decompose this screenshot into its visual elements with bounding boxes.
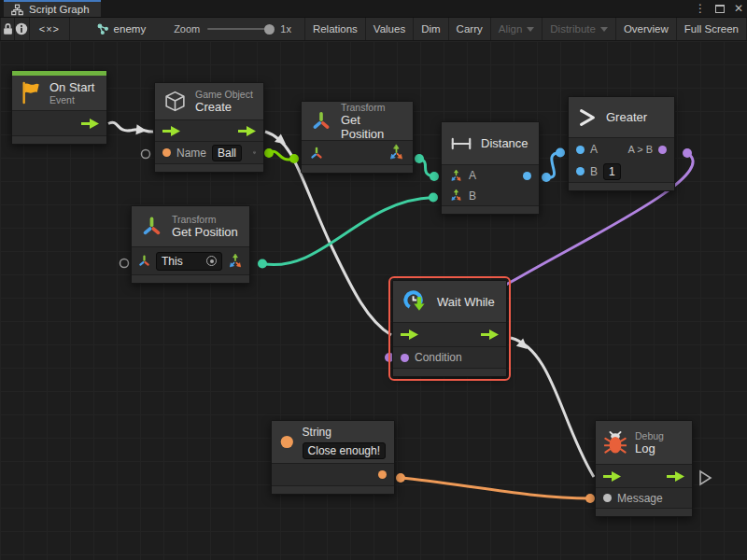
- node-get-position-top[interactable]: Transform Get Position: [301, 101, 414, 174]
- number-input-port-b[interactable]: [576, 167, 585, 175]
- control-output-port[interactable]: [481, 329, 499, 340]
- close-icon[interactable]: ✕: [734, 0, 743, 17]
- connection-string-message: [401, 478, 590, 498]
- align-dropdown[interactable]: Align: [491, 18, 543, 40]
- graph-breadcrumb[interactable]: enemy: [89, 18, 154, 40]
- vector-input-port-b[interactable]: [449, 189, 463, 203]
- node-title: Wait While: [437, 295, 495, 309]
- zoom-value: 1x: [280, 23, 291, 35]
- number-output-port[interactable]: [523, 172, 531, 180]
- output-label: A > B: [627, 144, 653, 155]
- control-output-port[interactable]: [667, 471, 684, 482]
- wire-endpoint: [264, 148, 274, 158]
- flow-arrowhead-icon: [135, 124, 147, 135]
- chevron-down-icon: [600, 27, 608, 32]
- distribute-label: Distribute: [550, 23, 596, 35]
- node-title: Greater: [606, 110, 647, 124]
- node-footer: [155, 164, 263, 172]
- transform-icon: [310, 109, 332, 133]
- info-icon: [15, 22, 28, 35]
- wire-endpoint: [430, 172, 439, 181]
- node-title: String: [303, 426, 386, 440]
- boolean-output-port[interactable]: [658, 146, 667, 154]
- target-object-field[interactable]: This: [156, 252, 222, 271]
- string-value-field[interactable]: Close enough!: [303, 442, 386, 459]
- node-greater[interactable]: Greater A A > B B 1: [568, 96, 675, 191]
- code-view-button[interactable]: <×>: [30, 18, 70, 40]
- wire-endpoint: [542, 173, 551, 182]
- wire-endpoint: [289, 154, 299, 163]
- port-label: A: [590, 143, 598, 156]
- wait-while-icon: [402, 288, 429, 315]
- values-button[interactable]: Values: [366, 18, 414, 40]
- tab-title: Script Graph: [29, 4, 90, 15]
- graph-canvas[interactable]: On Start Event Game Object Create: [0, 41, 747, 560]
- node-title: Create: [195, 100, 253, 114]
- control-input-port[interactable]: [603, 471, 621, 482]
- distance-icon: [450, 136, 472, 151]
- object-picker-icon[interactable]: [206, 256, 217, 266]
- unconnected-flow-triangle[interactable]: [700, 471, 711, 484]
- node-distance[interactable]: Distance A B: [441, 121, 540, 215]
- dim-button[interactable]: Dim: [414, 18, 448, 40]
- node-string-literal[interactable]: String Close enough!: [271, 420, 395, 495]
- zoom-slider-handle[interactable]: [264, 24, 275, 35]
- node-subtitle: Event: [49, 94, 94, 105]
- node-on-start[interactable]: On Start Event: [11, 70, 107, 145]
- lock-button[interactable]: [0, 18, 15, 40]
- wire-endpoint: [415, 154, 424, 163]
- chevron-down-icon: [527, 27, 534, 32]
- vector-output-port[interactable]: [227, 253, 244, 270]
- unconnected-port-ring[interactable]: [142, 150, 150, 159]
- greater-icon: [577, 106, 598, 129]
- wire-endpoint: [585, 494, 595, 503]
- control-input-port[interactable]: [162, 126, 180, 136]
- node-footer: [393, 369, 506, 376]
- tab-script-graph[interactable]: Script Graph: [4, 0, 101, 17]
- vector-input-port-a[interactable]: [449, 169, 463, 183]
- node-category: Transform: [341, 102, 404, 113]
- info-button[interactable]: [15, 18, 30, 40]
- node-get-position-bottom[interactable]: Transform Get Position This: [131, 205, 250, 284]
- node-wait-while[interactable]: Wait While Condition: [392, 280, 507, 377]
- port-label: Condition: [415, 351, 462, 364]
- number-input-port-a[interactable]: [576, 146, 585, 154]
- transform-input-port[interactable]: [137, 254, 151, 268]
- title-bar: Script Graph ⋮ ✕: [0, 0, 747, 17]
- node-footer: [132, 275, 249, 283]
- wire-endpoint: [429, 193, 438, 203]
- node-footer: [12, 136, 106, 144]
- graph-name: enemy: [114, 23, 147, 35]
- node-footer: [442, 206, 539, 214]
- vector-output-port[interactable]: [388, 144, 405, 161]
- graph-toolbar: <×> enemy Zoom 1x Relations Values Dim C…: [0, 17, 747, 41]
- gameobject-output-port[interactable]: [253, 146, 256, 160]
- control-output-port[interactable]: [81, 119, 99, 129]
- unconnected-port-ring[interactable]: [120, 259, 129, 268]
- transform-input-port[interactable]: [309, 146, 324, 161]
- window-menu-icon[interactable]: ⋮: [695, 0, 706, 17]
- bug-icon: [604, 430, 627, 455]
- node-create-gameobject[interactable]: Game Object Create Name Ball: [154, 82, 264, 173]
- zoom-slider[interactable]: [207, 28, 273, 30]
- name-value-field[interactable]: Ball: [212, 145, 242, 161]
- script-graph-icon: [11, 4, 23, 16]
- node-footer: [596, 509, 692, 516]
- message-input-port[interactable]: [603, 494, 612, 502]
- node-debug-log[interactable]: Debug Log Message: [595, 420, 693, 517]
- maximize-icon[interactable]: [715, 5, 725, 13]
- toolbar-spacer: [70, 18, 89, 40]
- control-input-port[interactable]: [401, 329, 418, 340]
- b-value-field[interactable]: 1: [603, 163, 621, 180]
- relations-button[interactable]: Relations: [304, 18, 366, 40]
- port-label: A: [469, 169, 476, 182]
- distribute-dropdown[interactable]: Distribute: [543, 18, 616, 40]
- overview-button[interactable]: Overview: [616, 18, 677, 40]
- fullscreen-button[interactable]: Full Screen: [677, 18, 747, 40]
- control-output-port[interactable]: [238, 126, 256, 136]
- condition-input-port[interactable]: [401, 354, 409, 362]
- string-output-port[interactable]: [378, 470, 387, 479]
- string-input-port[interactable]: [162, 148, 171, 157]
- carry-button[interactable]: Carry: [449, 18, 491, 40]
- node-footer: [272, 486, 394, 494]
